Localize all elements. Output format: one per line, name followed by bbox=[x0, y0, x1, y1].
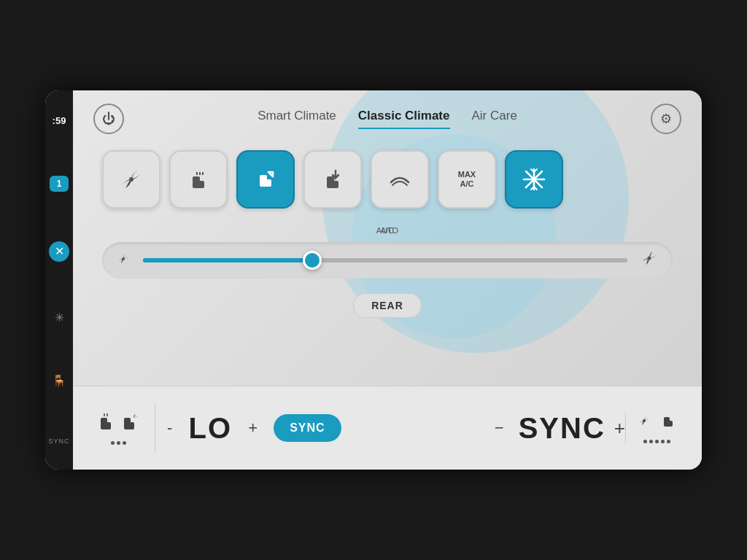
tab-smart-climate[interactable]: Smart Climate bbox=[258, 109, 336, 129]
left-fan-seat-icon bbox=[121, 412, 139, 437]
right-fan-icon bbox=[636, 413, 652, 432]
heat-side-icon: 🪑 bbox=[52, 374, 66, 388]
fan-auto-wrapper: AUTO bbox=[102, 150, 160, 209]
face-wind-wrapper bbox=[236, 150, 295, 209]
tab-air-care[interactable]: Air Care bbox=[472, 109, 517, 129]
svg-point-18 bbox=[122, 257, 125, 260]
channel-badge: 1 bbox=[50, 176, 69, 192]
svg-point-26 bbox=[643, 419, 646, 422]
svg-point-0 bbox=[129, 177, 133, 182]
bottom-bar: - LO + SYNC − SYNC + bbox=[73, 386, 702, 470]
left-seat-heat-group bbox=[88, 412, 149, 445]
ac-wrapper: A/C bbox=[505, 150, 563, 209]
left-seat-icon bbox=[98, 412, 114, 437]
temp-control: - LO + SYNC bbox=[161, 412, 483, 445]
sync-temp-section: − SYNC + bbox=[489, 412, 625, 445]
dot bbox=[661, 440, 665, 443]
dot bbox=[123, 441, 126, 445]
right-seat-icon bbox=[661, 413, 677, 432]
fan-low-icon bbox=[115, 251, 131, 271]
fan-slider-track[interactable] bbox=[143, 258, 627, 262]
right-icons-row bbox=[636, 413, 677, 432]
temp-minus-button[interactable]: - bbox=[161, 416, 178, 440]
fan-speed-section bbox=[73, 222, 702, 286]
dot bbox=[649, 440, 653, 443]
tab-classic-climate[interactable]: Classic Climate bbox=[358, 109, 450, 129]
mode-down-wind-button[interactable] bbox=[303, 150, 362, 209]
mode-ac-button[interactable] bbox=[505, 150, 563, 209]
fan-side-icon: ✳ bbox=[55, 311, 64, 324]
dot bbox=[655, 440, 659, 443]
seat-icons-row-left bbox=[98, 412, 139, 437]
temp-display: LO bbox=[188, 412, 232, 445]
svg-rect-2 bbox=[193, 176, 200, 182]
svg-rect-7 bbox=[260, 175, 267, 181]
sync-minus-button[interactable]: − bbox=[489, 416, 510, 440]
dot bbox=[117, 441, 120, 445]
svg-point-19 bbox=[648, 256, 651, 260]
mode-max-ac-button[interactable]: MAXA/C bbox=[438, 150, 496, 209]
dot bbox=[111, 441, 115, 445]
mode-row: AUTO bbox=[73, 141, 702, 222]
right-icons bbox=[625, 413, 687, 443]
max-ac-wrapper: MAXA/C bbox=[438, 150, 496, 209]
divider-left bbox=[155, 402, 155, 454]
windshield-wrapper bbox=[371, 150, 429, 209]
settings-button[interactable]: ⚙ bbox=[651, 104, 681, 134]
main-content: ⏻ Smart Climate Classic Climate Air Care… bbox=[73, 90, 702, 470]
mode-heated-seat-button[interactable] bbox=[169, 150, 228, 209]
rear-section: REAR bbox=[73, 286, 702, 318]
sync-main-label: SYNC bbox=[519, 412, 605, 445]
svg-rect-28 bbox=[664, 417, 670, 422]
fan-slider-thumb[interactable] bbox=[303, 251, 322, 270]
dot bbox=[667, 440, 670, 443]
tab-bar: Smart Climate Classic Climate Air Care bbox=[258, 109, 517, 129]
right-dots bbox=[643, 440, 670, 443]
mode-windshield-button[interactable] bbox=[371, 150, 429, 209]
side-panel: :59 1 ✕ ✳ 🪑 SYNC bbox=[45, 90, 73, 470]
heated-seat-wrapper bbox=[169, 150, 228, 209]
header: ⏻ Smart Climate Classic Climate Air Care… bbox=[73, 90, 702, 141]
svg-rect-9 bbox=[327, 176, 334, 182]
sync-side-label: SYNC bbox=[48, 438, 69, 445]
dot bbox=[643, 440, 647, 443]
max-ac-text: MAXA/C bbox=[458, 170, 476, 189]
down-wind-wrapper bbox=[303, 150, 362, 209]
time-display: :59 bbox=[53, 115, 66, 126]
left-dots bbox=[111, 441, 126, 445]
svg-rect-25 bbox=[124, 418, 131, 424]
fan-slider-fill bbox=[143, 258, 312, 262]
rear-button[interactable]: REAR bbox=[353, 293, 422, 318]
sync-plus-button[interactable]: + bbox=[614, 417, 625, 440]
close-button[interactable]: ✕ bbox=[49, 241, 69, 262]
sync-button[interactable]: SYNC bbox=[274, 414, 341, 442]
mode-fan-button[interactable] bbox=[102, 150, 160, 209]
svg-rect-21 bbox=[101, 418, 107, 424]
power-button[interactable]: ⏻ bbox=[93, 104, 124, 134]
temp-plus-button[interactable]: + bbox=[242, 416, 263, 440]
fan-high-icon bbox=[639, 248, 659, 273]
fan-slider-container bbox=[102, 242, 673, 279]
mode-face-wind-button[interactable] bbox=[236, 150, 295, 209]
